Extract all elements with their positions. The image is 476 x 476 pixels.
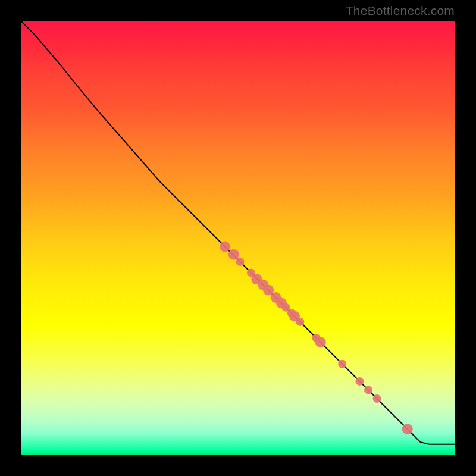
svg-point-2 (236, 258, 245, 266)
svg-point-14 (315, 337, 326, 347)
svg-point-0 (220, 242, 230, 252)
curve-line (21, 21, 455, 444)
svg-point-18 (373, 394, 381, 403)
chart-svg-overlay (21, 21, 455, 455)
svg-point-19 (402, 424, 413, 434)
svg-point-16 (355, 377, 364, 386)
watermark-label: TheBottleneck.com (346, 4, 455, 18)
svg-point-15 (338, 360, 346, 368)
svg-point-1 (228, 249, 239, 260)
svg-point-12 (296, 318, 304, 326)
chart-plot-area (21, 21, 455, 455)
svg-point-17 (364, 386, 372, 394)
